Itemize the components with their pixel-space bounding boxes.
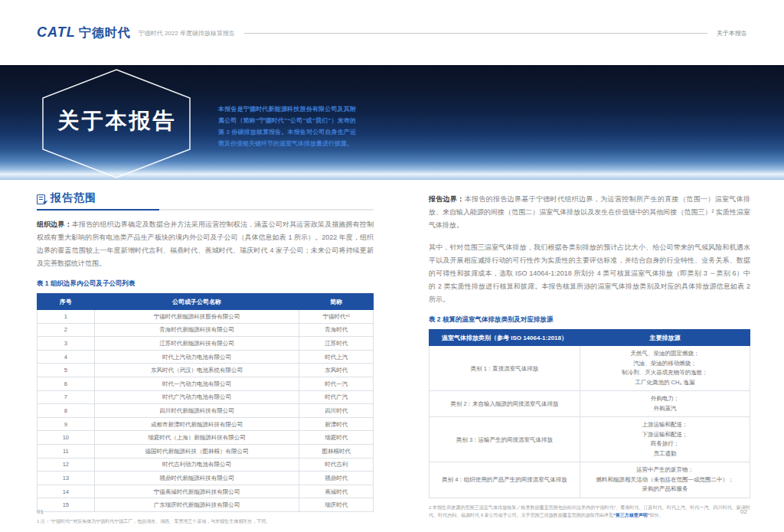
page-header: CATL 宁德时代 宁德时代 2022 年度碳排放核算报告 关于本报告 xyxy=(37,24,747,41)
source-line: 运营中产生的废弃物； xyxy=(585,465,745,475)
table-row: 14宁德蕉城时代新能源科技有限公司蕉城时代 xyxy=(38,485,374,498)
cell-company: 时代上汽动力电池有限公司 xyxy=(94,350,299,364)
cell-index: 13 xyxy=(38,472,95,485)
table-header-row: 序号 公司或子公司名称 简称 xyxy=(38,294,374,310)
source-line: 采购的产品和服务 xyxy=(585,485,745,494)
cell-company: 广东瑞庆时代新能源科技有限公司 xyxy=(94,498,299,512)
source-line: 下游运输和配送； xyxy=(585,430,745,440)
source-line: 燃料和能源相关活动（未包括在范围一或范围二中）； xyxy=(585,475,745,485)
org-boundary-lead: 组织边界： xyxy=(37,220,72,228)
right-column: 报告边界：本报告的报告边界基于宁德时代组织边界，为运营控制所产生的直接（范围一）… xyxy=(429,193,750,519)
cell-sources: 外购电力； 外购蒸汽 xyxy=(580,391,750,417)
source-line: 天然气、柴油的固定燃烧； xyxy=(585,349,745,359)
cell-abbr: 瑞庭时代 xyxy=(299,431,374,445)
cell-abbr: 瑞庆时代 xyxy=(299,498,374,512)
table2-footnote-suffix: 部分。 xyxy=(650,513,664,517)
cell-abbr: 时代上汽 xyxy=(299,350,374,364)
table-row: 5东风时代（武汉）电池系统有限公司东风时代 xyxy=(38,364,374,377)
left-column: 报告范围 组织边界：本报告的组织边界确定及数据合并方法采用运营控制权法，涵盖公司… xyxy=(37,191,374,525)
page-number-left: 01 xyxy=(37,508,44,515)
source-line: 员工通勤 xyxy=(585,449,745,459)
table-row: 类别 4：组织使用的产品产生的间接温室气体排放 运营中产生的废弃物； 燃料和能源… xyxy=(430,462,750,498)
col-header-category: 温室气体排放类别（参考 ISO 14064-1:2018） xyxy=(430,330,580,346)
cell-company: 宁德时代新能源科技股份有限公司 xyxy=(94,310,299,324)
cell-sources: 上游运输和配送； 下游运输和配送； 商务旅行； 员工通勤 xyxy=(580,417,750,462)
third-party-verification-link[interactable]: “第三方核查声明” xyxy=(613,513,650,517)
col-header-sources: 主要排放源 xyxy=(580,330,750,346)
cell-category: 类别 1：直接温室气体排放 xyxy=(430,346,580,391)
table-row: 3江苏时代新能源科技有限公司江苏时代 xyxy=(38,337,374,351)
source-line: 制冷剂、灭火器填充物等的逸散； xyxy=(585,368,745,378)
cell-index: 11 xyxy=(38,444,95,458)
section-title: 报告范围 xyxy=(51,191,96,205)
col-header-index: 序号 xyxy=(38,294,95,310)
cell-company: 青海时代新能源科技有限公司 xyxy=(94,323,299,337)
subsidiaries-table: 序号 公司或子公司名称 简称 1宁德时代新能源科技股份有限公司宁德时代*¹ 2青… xyxy=(37,293,374,512)
cell-index: 3 xyxy=(38,337,95,351)
cell-company: 时代吉利动力电池有限公司 xyxy=(94,458,299,472)
cell-index: 9 xyxy=(38,417,95,431)
catl-logo: CATL 宁德时代 xyxy=(37,24,131,41)
cell-company: 时代一汽动力电池有限公司 xyxy=(94,377,299,390)
report-boundary-lead: 报告边界： xyxy=(429,195,465,203)
source-line: 商务旅行； xyxy=(585,439,745,449)
org-boundary-body: 本报告的组织边界确定及数据合并方法采用运营控制权法，涵盖公司对其运营政策及措施拥… xyxy=(37,220,374,267)
table-row: 8四川时代新能源科技有限公司四川时代 xyxy=(38,404,374,418)
table-row: 1宁德时代新能源科技股份有限公司宁德时代*¹ xyxy=(38,310,374,324)
table2-footnote-text: 2 本报告所披露的范围三温室气体排放核算／核查数据覆盖范围包括组织边界内的宁德时… xyxy=(429,505,750,517)
cell-index: 5 xyxy=(38,364,95,377)
source-line: 上游运输和配送； xyxy=(585,420,745,430)
cell-abbr: 时代吉利 xyxy=(299,458,374,472)
cell-abbr: 蕉城时代 xyxy=(299,485,374,498)
table-row: 4时代上汽动力电池有限公司时代上汽 xyxy=(38,350,374,364)
report-title-text: 宁德时代 2022 年度碳排放核算报告 xyxy=(139,29,235,38)
report-boundary-paragraph: 报告边界：本报告的报告边界基于宁德时代组织边界，为运营控制所产生的直接（范围一）… xyxy=(429,193,750,232)
cell-sources: 运营中产生的废弃物； 燃料和能源相关活动（未包括在范围一或范围二中）； 采购的产… xyxy=(580,462,750,498)
table-header-row: 温室气体排放类别（参考 ISO 14064-1:2018） 主要排放源 xyxy=(430,330,750,346)
table-row: 11德国时代新能源科技（图林根）有限公司图林根时代 xyxy=(38,444,374,458)
cell-index: 12 xyxy=(38,458,95,472)
source-line: 汽油、柴油的移动燃烧； xyxy=(585,359,745,369)
header-divider xyxy=(244,33,707,34)
table-row: 9成都市新津时代新能源科技有限公司新津时代 xyxy=(38,417,374,431)
cell-company: 德国时代新能源科技（图林根）有限公司 xyxy=(94,444,299,458)
chapter-title: 关于本报告 xyxy=(47,106,187,135)
cell-abbr: 四川时代 xyxy=(299,404,374,418)
cell-index: 2 xyxy=(38,323,95,337)
table-row: 类别 3：运输产生的间接温室气体排放 上游运输和配送； 下游运输和配送； 商务旅… xyxy=(430,417,750,462)
table-row: 7时代广汽动力电池有限公司时代广汽 xyxy=(38,390,374,404)
cell-abbr: 江苏时代 xyxy=(299,337,374,351)
section-header: 报告范围 xyxy=(37,191,374,209)
cell-company: 成都市新津时代新能源科技有限公司 xyxy=(94,417,299,431)
emission-categories-table: 温室气体排放类别（参考 ISO 14064-1:2018） 主要排放源 类别 1… xyxy=(429,329,750,498)
table1-caption: 表 1 组织边界内公司及子公司列表 xyxy=(37,279,374,289)
cell-index: 7 xyxy=(38,390,95,404)
cell-company: 东风时代（武汉）电池系统有限公司 xyxy=(94,364,299,377)
cell-abbr: 图林根时代 xyxy=(299,444,374,458)
source-line: 外购蒸汽 xyxy=(585,404,745,414)
cell-company: 江苏时代新能源科技有限公司 xyxy=(94,337,299,351)
section-rule xyxy=(37,209,374,211)
org-boundary-paragraph: 组织边界：本报告的组织边界确定及数据合并方法采用运营控制权法，涵盖公司对其运营政… xyxy=(37,218,374,270)
cell-index: 10 xyxy=(38,431,95,445)
report-scope-icon xyxy=(37,194,47,204)
table-row: 12时代吉利动力电池有限公司时代吉利 xyxy=(38,458,374,472)
cell-index: 1 xyxy=(38,310,95,324)
cell-abbr: 东风时代 xyxy=(299,364,374,377)
cell-index: 14 xyxy=(38,485,95,498)
table-row: 2青海时代新能源科技有限公司青海时代 xyxy=(38,323,374,337)
catl-logo-latin: CATL xyxy=(37,24,76,41)
cell-index: 15 xyxy=(38,498,95,512)
cell-index: 6 xyxy=(38,377,95,390)
cell-category: 类别 3：运输产生的间接温室气体排放 xyxy=(430,417,580,462)
cell-abbr: 新津时代 xyxy=(299,417,374,431)
cell-company: 瑞庭时代（上海）新能源科技有限公司 xyxy=(94,431,299,445)
cell-index: 4 xyxy=(38,350,95,364)
catl-logo-cn: 宁德时代 xyxy=(79,25,131,41)
table-row: 10瑞庭时代（上海）新能源科技有限公司瑞庭时代 xyxy=(38,431,374,445)
report-page: CATL 宁德时代 宁德时代 2022 年度碳排放核算报告 关于本报告 关于本报… xyxy=(0,0,784,532)
scope3-paragraph: 其中，针对范围三温室气体排放，我们根据各类别排放的预计占比大小、给公司带来的气候… xyxy=(429,241,750,306)
table-row: 类别 1：直接温室气体排放 天然气、柴油的固定燃烧； 汽油、柴油的移动燃烧； 制… xyxy=(430,346,750,391)
source-line: 工厂化粪池的 CH₄ 逸漏 xyxy=(585,378,745,388)
cell-company: 时代广汽动力电池有限公司 xyxy=(94,390,299,404)
